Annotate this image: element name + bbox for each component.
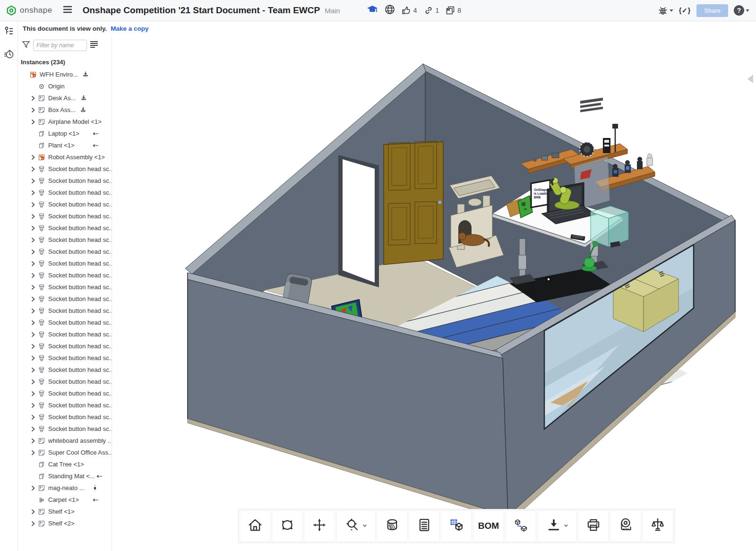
tree-item[interactable]: Socket button head sc... [18,281,112,293]
section-view-button[interactable] [377,510,408,542]
likes-stat[interactable]: 4 [402,6,417,15]
expand-chevron-icon[interactable] [29,213,38,220]
tree-item[interactable]: Socket button head sc... [18,364,112,376]
history-icon[interactable] [4,49,14,61]
expand-chevron-icon[interactable] [29,95,38,102]
chevron-down-icon[interactable] [563,522,569,530]
tree-item[interactable]: Socket button head sc... [18,293,112,305]
tree-item[interactable]: Socket button head sc... [18,234,112,246]
tree-item[interactable]: Desk As... [18,92,112,104]
copies-stat[interactable]: 8 [446,6,461,15]
tree-item[interactable]: Shelf <2> [18,517,112,529]
tree-item[interactable]: Carpet <1> [18,494,112,506]
expand-chevron-icon[interactable] [29,378,38,386]
notes-button[interactable] [409,510,440,542]
export-button[interactable] [537,510,577,542]
tree-item[interactable]: Socket button head sc... [18,246,112,258]
tree-item[interactable]: Socket button head sc... [18,210,112,222]
expand-chevron-icon[interactable] [29,319,38,327]
tree-item[interactable]: Socket button head sc... [18,376,112,387]
report-bug-icon[interactable] [658,6,673,15]
tree-item[interactable]: Socket button head sc... [18,269,112,281]
expand-chevron-icon[interactable] [29,508,38,516]
pan-view-button[interactable] [304,510,335,542]
filter-input[interactable] [33,40,87,51]
tree-item[interactable]: Socket button head sc... [18,387,112,399]
tree-item[interactable]: Socket button head sc... [18,399,112,411]
menu-icon[interactable] [63,6,72,15]
tree-item[interactable]: Origin [18,80,112,92]
expand-chevron-icon[interactable] [29,248,38,256]
tree-item[interactable]: whiteboard assembly ... [18,435,112,447]
right-panel-collapse-icon[interactable] [747,75,753,83]
tree-item[interactable]: Socket button head sc... [18,411,112,423]
expand-chevron-icon[interactable] [29,272,38,279]
expand-chevron-icon[interactable] [29,413,38,421]
tree-item[interactable]: Plant <1> [18,139,112,151]
chevron-down-icon[interactable] [362,522,368,530]
expand-chevron-icon[interactable] [29,449,38,456]
tree-item[interactable]: Cat Tree <1> [18,458,112,470]
expand-chevron-icon[interactable] [29,402,38,409]
assembly-structure-icon[interactable] [4,26,14,38]
tree-item[interactable]: Shelf <1> [18,506,112,517]
expand-chevron-icon[interactable] [29,425,38,433]
list-options-icon[interactable] [90,41,98,50]
globe-icon[interactable] [385,4,395,17]
print-button[interactable] [578,510,609,542]
expand-chevron-icon[interactable] [29,189,38,197]
tree-item[interactable]: Socket button head sc... [18,340,112,352]
tree-item[interactable]: Socket button head sc... [18,305,112,317]
mass-properties-button[interactable] [642,510,673,542]
share-button[interactable]: Share [696,4,728,17]
expand-chevron-icon[interactable] [29,520,38,527]
expand-chevron-icon[interactable] [29,201,38,208]
tree-item[interactable]: Laptop <1> [18,128,112,139]
expand-chevron-icon[interactable] [29,437,38,445]
tree-item[interactable]: Socket button head sc... [18,352,112,364]
3d-model-wfh-environment[interactable]: OnShape is Loading BRB [112,36,756,551]
home-view-button[interactable] [240,510,271,542]
tree-item[interactable]: Socket button head sc... [18,258,112,269]
tree-item[interactable]: Socket button head sc... [18,163,112,175]
expand-chevron-icon[interactable] [29,484,38,492]
zoom-view-button[interactable] [336,510,376,542]
tree-item[interactable]: Socket button head sc... [18,175,112,187]
named-views-button[interactable] [505,510,536,542]
expand-chevron-icon[interactable] [29,354,38,362]
expand-chevron-icon[interactable] [29,224,38,232]
expand-chevron-icon[interactable] [29,165,38,173]
expand-chevron-icon[interactable] [29,366,38,374]
tree-item[interactable]: Socket button head sc... [18,423,112,435]
tree-item[interactable]: WFH Enviro... [18,69,112,80]
expand-chevron-icon[interactable] [29,236,38,244]
tree-item[interactable]: Socket button head sc... [18,328,112,340]
expand-chevron-icon[interactable] [29,118,38,126]
rotate-view-button[interactable] [272,510,303,542]
expand-chevron-icon[interactable] [29,343,38,350]
expand-chevron-icon[interactable] [29,307,38,315]
tree-item[interactable]: Airplane Model <1> [18,116,112,128]
tree-item[interactable]: Super Cool Office Ass... [18,447,112,458]
graphics-area[interactable]: OnShape is Loading BRB [112,36,756,551]
learning-center-icon[interactable] [367,5,378,16]
expand-chevron-icon[interactable] [29,331,38,338]
expand-chevron-icon[interactable] [29,390,38,397]
onshape-logo[interactable]: onshape [0,5,52,16]
links-stat[interactable]: 1 [424,6,439,15]
tree-item[interactable]: Socket button head sc... [18,198,112,210]
tree-item[interactable]: Box Ass... [18,104,112,116]
make-a-copy-link[interactable]: Make a copy [111,25,148,32]
tree-item[interactable]: Robot Assembly <1> [18,151,112,163]
expand-chevron-icon[interactable] [29,284,38,291]
tree-item[interactable]: mag-neato ... [18,482,112,494]
tree-item[interactable]: Socket button head sc... [18,222,112,234]
expand-chevron-icon[interactable] [29,177,38,185]
expand-chevron-icon[interactable] [29,106,38,114]
expand-chevron-icon[interactable] [29,260,38,267]
tree-item[interactable]: Standing Mat <... [18,470,112,482]
bom-table-button[interactable] [441,510,472,542]
expand-chevron-icon[interactable] [29,295,38,303]
featurescript-icon[interactable]: {✓} [679,7,691,14]
expand-chevron-icon[interactable] [29,154,38,161]
